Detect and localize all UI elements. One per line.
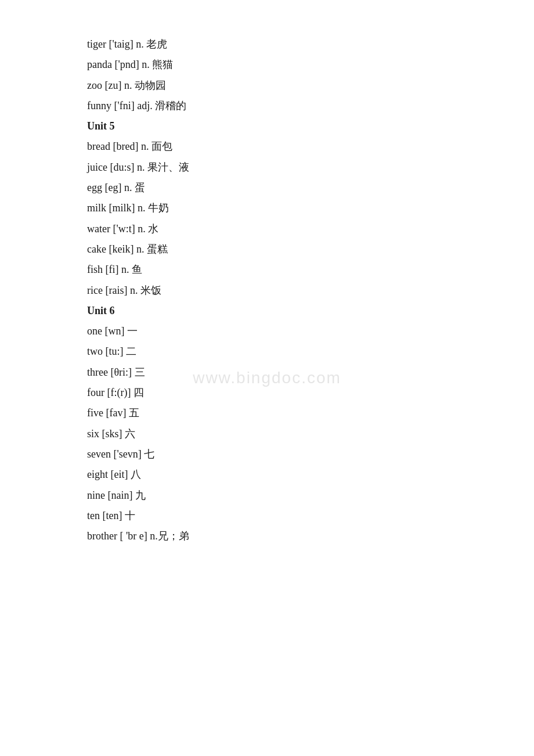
vocab-line: three [θri:] 三 bbox=[87, 363, 447, 382]
vocab-line: cake [keik] n. 蛋糕 bbox=[87, 240, 447, 259]
vocab-line: rice [rais] n. 米饭 bbox=[87, 281, 447, 300]
vocab-line: milk [milk] n. 牛奶 bbox=[87, 199, 447, 218]
vocab-line: bread [bred] n. 面包 bbox=[87, 137, 447, 156]
vocab-line: brother [ 'br e] n.兄；弟 bbox=[87, 527, 447, 546]
page-content: tiger ['taig] n. 老虎panda ['pnd] n. 熊猫zoo… bbox=[0, 0, 534, 582]
vocab-line: egg [eg] n. 蛋 bbox=[87, 178, 447, 197]
vocab-line: two [tu:] 二 bbox=[87, 342, 447, 361]
vocab-line: fish [fi] n. 鱼 bbox=[87, 260, 447, 279]
vocab-line: water ['w:t] n. 水 bbox=[87, 219, 447, 239]
vocab-line: five [fav] 五 bbox=[87, 404, 447, 423]
vocab-line: nine [nain] 九 bbox=[87, 486, 447, 505]
vocab-line: one [wn] 一 bbox=[87, 322, 447, 341]
vocab-line: four [f:(r)] 四 bbox=[87, 383, 447, 402]
vocab-line: tiger ['taig] n. 老虎 bbox=[87, 35, 447, 54]
vocab-line: funny ['fni] adj. 滑稽的 bbox=[87, 96, 447, 116]
vocab-line: juice [du:s] n. 果汁、液 bbox=[87, 158, 447, 177]
vocab-line: eight [eit] 八 bbox=[87, 465, 447, 484]
unit-heading: Unit 6 bbox=[87, 301, 447, 321]
vocab-line: panda ['pnd] n. 熊猫 bbox=[87, 55, 447, 74]
unit-heading: Unit 5 bbox=[87, 117, 447, 136]
vocab-line: seven ['sevn] 七 bbox=[87, 445, 447, 464]
vocab-line: zoo [zu] n. 动物园 bbox=[87, 76, 447, 95]
vocab-line: ten [ten] 十 bbox=[87, 506, 447, 525]
vocab-line: six [sks] 六 bbox=[87, 424, 447, 444]
